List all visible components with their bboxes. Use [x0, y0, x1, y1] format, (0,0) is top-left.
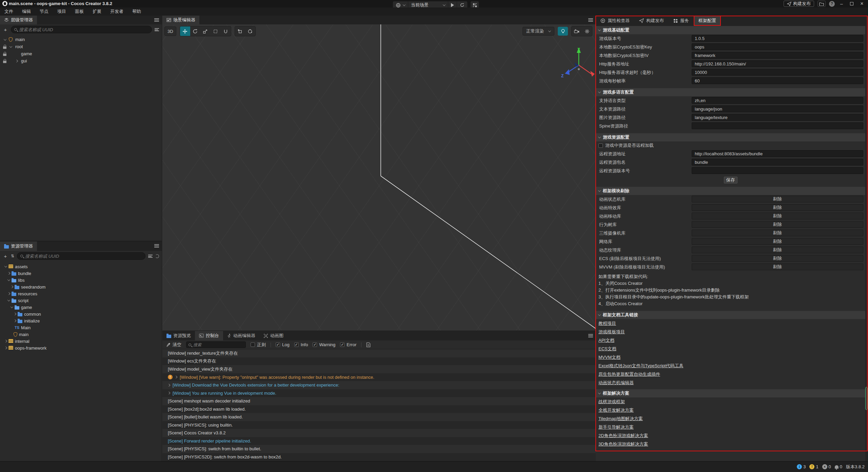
log-row[interactable]: [Scene] Cocos Creator v3.8.2 — [162, 429, 596, 437]
add-node-button[interactable]: + — [3, 27, 8, 33]
link-guide[interactable]: 新手引导解决方案 — [596, 423, 865, 431]
log-row[interactable]: [Scene] meshopt wasm decoder initialized — [162, 397, 596, 405]
chevron-down-icon[interactable] — [7, 298, 10, 301]
rect-tool-button[interactable] — [211, 26, 221, 36]
section-resource-config[interactable]: 游戏资源配置 — [596, 133, 865, 141]
asset-bundle[interactable]: bundle — [0, 270, 162, 277]
spine-path-input[interactable] — [692, 122, 863, 129]
chevron-down-icon[interactable] — [10, 305, 13, 308]
filter-info-checkbox[interactable]: Info — [294, 342, 308, 347]
remote-version-input[interactable] — [692, 167, 863, 174]
asset-initialize[interactable]: initialize — [0, 317, 162, 324]
remote-load-checkbox[interactable]: 游戏中资源是否远程加载 — [596, 141, 865, 150]
tab-framework-config[interactable]: 框架配置 — [694, 16, 721, 26]
link-api-doc[interactable]: API文档 — [596, 336, 865, 345]
section-basic-config[interactable]: 游戏基础配置 — [596, 26, 865, 34]
filter-icon[interactable] — [148, 255, 153, 258]
open-project-folder-button[interactable] — [817, 1, 826, 7]
chevron-down-icon[interactable] — [7, 278, 10, 281]
chevron-down-icon[interactable] — [4, 264, 7, 267]
remove-button[interactable]: 剔除 — [692, 263, 863, 270]
tab-animation-graph[interactable]: 动画图 — [259, 331, 288, 340]
lock-icon[interactable] — [3, 59, 7, 63]
tree-node-root[interactable]: root — [0, 43, 162, 50]
filter-log-checkbox[interactable]: Log — [276, 342, 290, 347]
filter-warning-checkbox[interactable]: Warning — [313, 342, 335, 347]
chevron-down-icon[interactable] — [3, 38, 6, 40]
menu-extension[interactable]: 扩展 — [88, 8, 106, 15]
filter-icon[interactable] — [155, 28, 159, 31]
remove-button[interactable]: 剔除 — [692, 238, 863, 245]
3d-mode-toggle[interactable]: 3D — [164, 26, 176, 36]
scale-tool-button[interactable] — [200, 26, 211, 36]
menu-developer[interactable]: 开发者 — [106, 8, 128, 15]
error-count[interactable]: × 0 — [822, 464, 831, 469]
chevron-right-icon[interactable] — [4, 347, 7, 349]
build-publish-button[interactable]: 构建发布 — [784, 1, 814, 7]
panel-menu-icon[interactable] — [588, 334, 593, 337]
chevron-down-icon[interactable] — [9, 45, 12, 47]
asset-game[interactable]: game — [0, 304, 162, 311]
remove-button[interactable]: 剔除 — [692, 230, 863, 236]
menu-node[interactable]: 节点 — [35, 8, 53, 15]
log-row[interactable]: [Window] ecs文件夹存在 — [162, 357, 596, 366]
remove-button[interactable]: 剔除 — [692, 196, 863, 202]
render-mode-dropdown[interactable]: 正常渲染 — [522, 27, 554, 36]
close-button[interactable]: × — [859, 1, 865, 7]
text-path-input[interactable]: language/json — [692, 105, 863, 112]
chevron-right-icon[interactable] — [10, 286, 13, 288]
remote-url-input[interactable]: http://localhost:8083/assets/bundle — [692, 150, 863, 157]
languages-input[interactable]: zh,en — [692, 97, 863, 104]
log-row[interactable]: [Scene] [PHYSICS2D]: switch from box2d-w… — [162, 453, 596, 461]
menu-panel[interactable]: 面板 — [71, 8, 88, 15]
remove-button[interactable]: 剔除 — [692, 221, 863, 228]
link-tutorial-project[interactable]: 教程项目 — [596, 319, 865, 328]
move-tool-button[interactable] — [180, 26, 190, 36]
link-tiledmap[interactable]: Tiledmap地图解决方案 — [596, 414, 865, 423]
crypto-key-input[interactable]: oops — [692, 43, 863, 50]
log-row[interactable]: [Scene] [bullet]:bullet wasm lib loaded. — [162, 413, 596, 421]
console-search-input[interactable] — [193, 342, 243, 347]
log-row[interactable]: [Scene] [PHYSICS]: switch from builtin t… — [162, 445, 596, 453]
chevron-right-icon[interactable] — [7, 292, 10, 295]
section-solutions[interactable]: 框架解决方案 — [596, 389, 865, 397]
section-module-trim[interactable]: 框架模块剔除 — [596, 187, 865, 195]
filter-error-checkbox[interactable]: Error — [340, 342, 356, 347]
asset-common[interactable]: common — [0, 311, 162, 317]
lock-icon[interactable] — [3, 52, 7, 56]
axis-gizmo[interactable]: Y X Z — [558, 45, 596, 81]
chevron-right-icon[interactable] — [13, 319, 16, 322]
link-2d-rpg[interactable]: 2D角色扮演游戏解决方案 — [596, 431, 865, 440]
tab-assets[interactable]: 资源管理器 — [0, 241, 37, 251]
crypto-iv-input[interactable]: framework — [692, 52, 863, 59]
console-search[interactable] — [186, 341, 246, 348]
remove-button[interactable]: 剔除 — [692, 247, 863, 253]
add-asset-button[interactable]: + — [3, 253, 8, 259]
log-row-info[interactable]: [Scene] Forward render pipeline initiali… — [162, 437, 596, 445]
tab-console[interactable]: 控制台 — [195, 331, 223, 340]
log-row-warning[interactable]: ! [Window] [Vue warn]: Property "onInput… — [162, 373, 596, 381]
asset-main-ts[interactable]: TS Main — [0, 324, 162, 331]
fps-input[interactable]: 60 — [692, 77, 863, 84]
link-hotupdate-plugin[interactable]: 原生包热更新配置自动生成插件 — [596, 370, 865, 378]
tree-node-game[interactable]: game — [0, 50, 162, 57]
menu-file[interactable]: 文件 — [0, 8, 18, 15]
maximize-button[interactable] — [848, 1, 855, 6]
tab-build-publish[interactable]: 构建发布 — [634, 16, 669, 26]
hierarchy-search-input[interactable] — [19, 27, 149, 32]
game-version-input[interactable]: 1.0.5 — [692, 35, 863, 42]
scene-settings-button[interactable] — [582, 26, 592, 36]
clear-console-button[interactable]: 清空 — [166, 342, 181, 348]
link-anim-state-editor[interactable]: 动画状态机编辑器 — [596, 378, 865, 387]
regex-checkbox[interactable]: 正则 — [251, 342, 266, 348]
section-language-config[interactable]: 游戏多语言配置 — [596, 88, 865, 96]
pivot-toggle-button[interactable] — [235, 26, 245, 36]
hierarchy-search[interactable] — [11, 26, 152, 33]
menu-help[interactable]: 帮助 — [128, 8, 145, 15]
link-excel-tool[interactable]: Excel格式转Json文件与TypeScript代码工具 — [596, 361, 865, 370]
menu-edit[interactable]: 编辑 — [18, 8, 35, 15]
camera-preview-button[interactable] — [572, 26, 582, 36]
asset-seedrandom[interactable]: seedrandom — [0, 283, 162, 290]
remove-button[interactable]: 剔除 — [692, 255, 863, 262]
panel-menu-icon[interactable] — [154, 18, 159, 22]
